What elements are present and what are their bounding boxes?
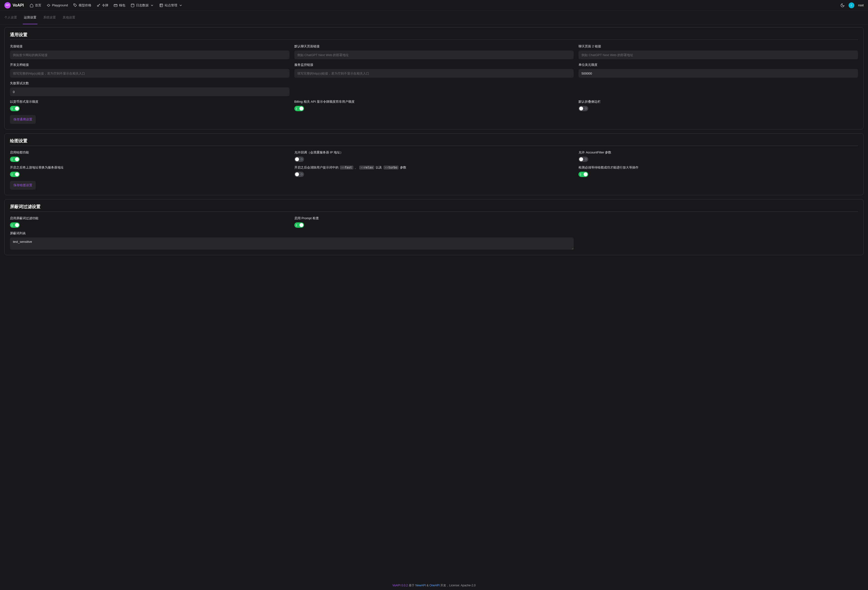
- collapse-sidebar-toggle[interactable]: [579, 106, 588, 111]
- usd-quota-field: 单位美元额度: [579, 63, 858, 78]
- svg-rect-2: [114, 4, 117, 7]
- draw-strip-flags-field: 开启之后会清除用户提示词中的 --fast 、 --relax 以及 --tur…: [294, 165, 574, 177]
- docs-link-input[interactable]: [10, 69, 289, 78]
- nav-pricing[interactable]: 模型价格: [73, 3, 91, 7]
- strip-flags-suffix: 参数: [400, 165, 406, 169]
- svg-point-3: [131, 4, 134, 4]
- draw-enable-label: 启用绘图功能: [10, 150, 289, 155]
- chat-link-field: 默认聊天页面链接: [294, 44, 574, 59]
- filter-settings-card: 屏蔽词过滤设置 启用屏蔽词过滤功能 | 启用 Prompt 检查 | 屏蔽词列表: [4, 199, 864, 255]
- tab-ops[interactable]: 运营设置: [24, 11, 37, 24]
- draw-strip-flags-label: 开启之后会清除用户提示词中的 --fast 、 --relax 以及 --tur…: [294, 165, 574, 170]
- prompt-check-toggle[interactable]: |: [294, 223, 304, 228]
- nav-site[interactable]: 站点管理: [159, 3, 183, 7]
- chip-relax: --relax: [359, 165, 375, 170]
- draw-replace-upstream-toggle[interactable]: |: [10, 172, 20, 177]
- draw-callback-toggle[interactable]: [294, 156, 304, 162]
- docs-link-label: 开发文档链接: [10, 63, 289, 67]
- nav-token[interactable]: 令牌: [97, 3, 108, 7]
- nav-site-label: 站点管理: [165, 3, 177, 7]
- block-list-label: 屏蔽词列表: [10, 231, 574, 236]
- show-currency-toggle[interactable]: |: [10, 106, 20, 111]
- theme-toggle-icon[interactable]: [840, 3, 845, 7]
- topbar: API VoAPI 首页 Playground 模型价格 令牌 钱包 日志数据: [0, 0, 868, 11]
- chevron-down-icon: [179, 3, 183, 7]
- draw-accountfilter-field: 允许 AccountFilter 参数: [579, 150, 858, 162]
- nav-playground[interactable]: Playground: [47, 3, 68, 7]
- draw-detect-success-field: 检测必须等待绘图成功才能进行放大等操作 |: [579, 165, 858, 177]
- save-general-button[interactable]: 保存通用设置: [10, 115, 36, 124]
- draw-detect-success-toggle[interactable]: |: [579, 172, 588, 177]
- username[interactable]: root: [858, 3, 864, 7]
- usd-quota-input[interactable]: [579, 69, 858, 78]
- show-currency-field: 以货币形式显示额度 |: [10, 100, 289, 111]
- draw-enable-toggle[interactable]: |: [10, 156, 20, 162]
- nav-logs[interactable]: 日志数据: [131, 3, 154, 7]
- save-draw-button[interactable]: 保存绘图设置: [10, 181, 36, 190]
- nav-token-label: 令牌: [102, 3, 108, 7]
- retry-label: 失败重试次数: [10, 81, 289, 86]
- logo-icon: API: [4, 2, 11, 9]
- footer-dev: 开发，License: Apache-2.0: [440, 584, 475, 587]
- collapse-sidebar-field: 默认折叠侧边栏: [579, 100, 858, 111]
- nav-home[interactable]: 首页: [30, 3, 41, 7]
- tag-icon: [73, 3, 77, 7]
- tab-system[interactable]: 系统设置: [43, 11, 56, 24]
- nav-wallet[interactable]: 钱包: [114, 3, 125, 7]
- chat-link2-input[interactable]: [579, 50, 858, 59]
- recharge-link-label: 充值链接: [10, 44, 289, 49]
- draw-detect-success-label: 检测必须等待绘图成功才能进行放大等操作: [579, 165, 858, 170]
- nav-wallet-label: 钱包: [119, 3, 125, 7]
- key-icon: [97, 3, 100, 7]
- playground-icon: [47, 3, 50, 7]
- strip-flags-mid: 以及: [376, 165, 382, 169]
- billing-token-toggle[interactable]: |: [294, 106, 304, 111]
- draw-callback-field: 允许回调（会泄露服务器 IP 地址）: [294, 150, 574, 162]
- chat-link-input[interactable]: [294, 50, 574, 59]
- primary-nav: 首页 Playground 模型价格 令牌 钱包 日志数据 站点管理: [30, 3, 183, 7]
- retry-input[interactable]: [10, 87, 289, 96]
- draw-replace-upstream-field: 开启之后将上游地址替换为服务器地址 |: [10, 165, 289, 177]
- draw-accountfilter-toggle[interactable]: [579, 156, 588, 162]
- topbar-right: r root: [840, 3, 864, 8]
- recharge-link-input[interactable]: [10, 50, 289, 59]
- chat-link-label: 默认聊天页面链接: [294, 44, 574, 49]
- monitor-link-label: 服务监控链接: [294, 63, 574, 67]
- draw-title: 绘图设置: [10, 138, 858, 144]
- prompt-check-field: 启用 Prompt 检查 |: [294, 216, 574, 228]
- chip-turbo: --turbo: [384, 165, 399, 170]
- monitor-link-input[interactable]: [294, 69, 574, 78]
- draw-enable-field: 启用绘图功能 |: [10, 150, 289, 162]
- strip-flags-sep1: 、: [354, 165, 358, 169]
- docs-link-field: 开发文档链接: [10, 63, 289, 78]
- filter-enable-toggle[interactable]: |: [10, 223, 20, 228]
- nav-logs-label: 日志数据: [136, 3, 149, 7]
- footer-oneapi-link[interactable]: OneAPI: [430, 584, 440, 587]
- tab-other[interactable]: 其他设置: [63, 11, 75, 24]
- footer-newapi-link[interactable]: NewAPI: [415, 584, 426, 587]
- draw-strip-flags-toggle[interactable]: [294, 172, 304, 177]
- database-icon: [131, 3, 134, 7]
- chevron-down-icon: [150, 3, 154, 7]
- monitor-link-field: 服务监控链接: [294, 63, 574, 78]
- billing-token-label: Billing 相关 API 显示令牌额度而非用户额度: [294, 100, 574, 104]
- footer-based-on: 基于: [409, 584, 415, 587]
- tab-personal[interactable]: 个人设置: [4, 11, 17, 24]
- svg-point-1: [97, 5, 98, 6]
- brand-text: VoAPI: [13, 3, 24, 7]
- home-icon: [30, 3, 34, 7]
- draw-callback-label: 允许回调（会泄露服务器 IP 地址）: [294, 150, 574, 155]
- footer-brand[interactable]: VoAPI 0.0.2: [393, 584, 408, 587]
- chip-fast: --fast: [340, 165, 353, 170]
- footer-and: &: [427, 584, 429, 587]
- block-list-textarea[interactable]: [10, 237, 574, 249]
- avatar[interactable]: r: [849, 3, 855, 8]
- draw-settings-card: 绘图设置 启用绘图功能 | 允许回调（会泄露服务器 IP 地址） 允许 Acco…: [4, 133, 864, 195]
- site-icon: [159, 3, 163, 7]
- chat-link2-label: 聊天页面 2 链接: [579, 44, 858, 49]
- avatar-initial: r: [851, 4, 852, 7]
- brand[interactable]: API VoAPI: [4, 2, 24, 9]
- wallet-icon: [114, 3, 118, 7]
- svg-rect-4: [160, 4, 163, 7]
- recharge-link-field: 充值链接: [10, 44, 289, 59]
